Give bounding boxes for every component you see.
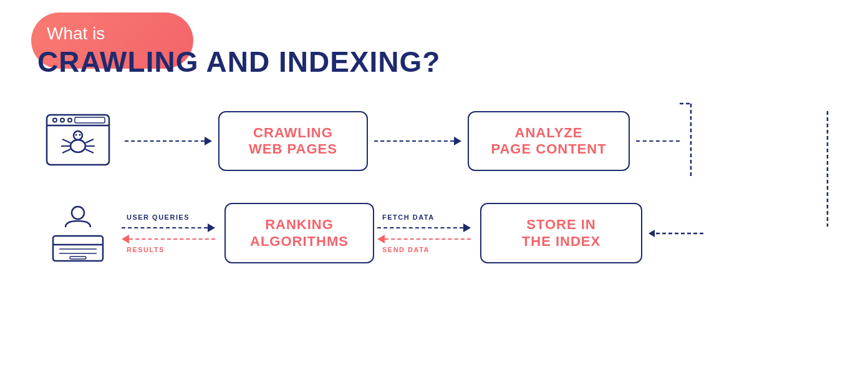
row-1: CRAWLINGWEB PAGES ANALYZEPAGE CONTENT (37, 104, 831, 179)
send-data-label: SEND DATA (382, 246, 430, 253)
svg-rect-23 (70, 257, 86, 259)
right-connector-top (636, 104, 692, 179)
store-index-label: STORE INTHE INDEX (500, 217, 622, 250)
user-queries-arrows: USER QUERIES RESULTS (122, 213, 221, 253)
arrow-2 (374, 137, 461, 145)
svg-line-15 (85, 149, 94, 153)
user-laptop-icon (37, 200, 118, 266)
header-title: CRAWLING AND INDEXING? (37, 45, 831, 79)
svg-line-12 (62, 149, 70, 153)
main-container: What is CRAWLING AND INDEXING? (0, 0, 868, 372)
svg-marker-25 (649, 230, 655, 237)
crawling-box: CRAWLINGWEB PAGES (218, 111, 368, 172)
svg-line-10 (62, 139, 70, 143)
svg-point-4 (68, 118, 72, 122)
svg-point-9 (79, 134, 81, 135)
svg-point-8 (75, 134, 77, 135)
fetch-data-label: FETCH DATA (382, 213, 435, 221)
svg-point-7 (74, 131, 82, 140)
fetch-send-arrows: FETCH DATA SEND DATA (377, 213, 477, 253)
header-subtitle: What is (47, 19, 831, 44)
svg-line-13 (85, 139, 94, 143)
results-label: RESULTS (127, 246, 165, 253)
svg-point-18 (72, 207, 84, 219)
ranking-box: RANKINGALGORITHMS (224, 203, 374, 263)
row-2: USER QUERIES RESULTS RANKINGALGORITHMS (37, 200, 831, 266)
svg-point-6 (70, 140, 85, 152)
crawling-label: CRAWLINGWEB PAGES (238, 125, 348, 158)
svg-point-2 (53, 118, 57, 122)
svg-rect-5 (75, 117, 105, 123)
browser-spider-icon (37, 109, 118, 174)
svg-rect-19 (53, 236, 103, 261)
analyze-label: ANALYZEPAGE CONTENT (488, 125, 610, 158)
svg-point-3 (60, 118, 64, 122)
arrow-1 (125, 137, 212, 145)
analyze-box: ANALYZEPAGE CONTENT (468, 111, 630, 172)
user-queries-label: USER QUERIES (127, 213, 190, 221)
store-index-box: STORE INTHE INDEX (480, 203, 642, 263)
header: What is CRAWLING AND INDEXING? (37, 19, 831, 79)
right-connector-bottom (649, 227, 705, 240)
ranking-label: RANKINGALGORITHMS (244, 217, 354, 250)
